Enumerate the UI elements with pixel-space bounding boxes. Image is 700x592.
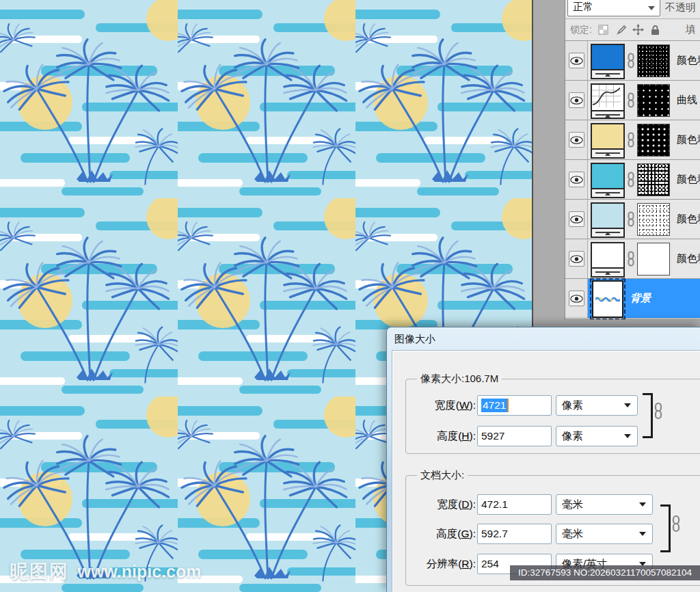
brush-lock-icon[interactable] bbox=[615, 25, 626, 36]
doc-width-unit-select[interactable]: 毫米 bbox=[556, 494, 653, 515]
layer-name: 背景 bbox=[630, 292, 651, 305]
visibility-eye-icon[interactable] bbox=[569, 211, 584, 227]
resolution-label: 分辨率(R): bbox=[405, 553, 476, 575]
visibility-eye-icon[interactable] bbox=[569, 132, 584, 148]
thumbnail-slider bbox=[592, 69, 623, 78]
layers-panel: 正常 不透明 锁定: 填 颜色填曲线颜色填颜色填颜色填颜色填背景 bbox=[565, 0, 700, 320]
layer-mask-thumbnail bbox=[637, 124, 670, 157]
layer-row[interactable]: 曲线 bbox=[565, 81, 700, 120]
chain-link-icon bbox=[654, 402, 663, 420]
link-bracket bbox=[660, 504, 671, 552]
blend-mode-select[interactable]: 正常 bbox=[567, 0, 660, 16]
thumbnail-slider bbox=[592, 148, 623, 157]
layer-entry[interactable]: 颜色填 bbox=[588, 200, 700, 239]
thumbnail-slider bbox=[592, 267, 623, 276]
layer-mask-thumbnail bbox=[637, 243, 670, 275]
thumbnail-swatch bbox=[592, 204, 623, 228]
layer-entry[interactable]: 颜色填 bbox=[588, 41, 700, 80]
visibility-eye-icon[interactable] bbox=[569, 53, 584, 68]
nipic-site-url: www.nipic.com bbox=[77, 562, 201, 581]
doc-width-input[interactable]: 472.1 bbox=[477, 494, 552, 515]
pixel-size-group-label: 像素大小:106.7M bbox=[417, 373, 502, 386]
thumbnail-swatch bbox=[592, 164, 623, 188]
blend-mode-row: 正常 不透明 bbox=[565, 0, 700, 19]
layer-row[interactable]: 背景 bbox=[565, 279, 700, 319]
transparency-lock-icon[interactable] bbox=[598, 25, 609, 36]
pixel-width-unit-select[interactable]: 像素 bbox=[556, 395, 638, 416]
thumbnail-swatch bbox=[592, 243, 623, 267]
fill-layer-thumbnail bbox=[591, 163, 625, 198]
pixel-height-input[interactable]: 5927 bbox=[477, 426, 552, 446]
chevron-down-icon bbox=[624, 434, 631, 438]
fill-layer-thumbnail bbox=[591, 44, 625, 79]
fill-label: 填 bbox=[686, 23, 696, 36]
doc-height-unit-select[interactable]: 毫米 bbox=[556, 524, 653, 544]
visibility-cell bbox=[565, 279, 588, 318]
chevron-down-icon bbox=[639, 502, 646, 507]
link-mask-icon bbox=[627, 92, 635, 111]
layer-row[interactable]: 颜色填 bbox=[565, 120, 700, 160]
layer-entry[interactable]: 颜色填 bbox=[588, 160, 700, 199]
image-size-dialog: 图像大小 像素大小:106.7M 宽度(W): 4721 像素 高度(H): 5… bbox=[386, 327, 700, 592]
link-mask-icon bbox=[627, 172, 635, 191]
doc-height-input[interactable]: 592.7 bbox=[477, 524, 552, 544]
photoshop-workspace: 正常 不透明 锁定: 填 颜色填曲线颜色填颜色填颜色填颜色填背景 图像大小 bbox=[0, 0, 700, 592]
visibility-cell bbox=[565, 120, 588, 159]
layer-mask-thumbnail bbox=[637, 203, 670, 236]
layer-row[interactable]: 颜色填 bbox=[565, 41, 700, 81]
thumbnail-slider bbox=[592, 188, 623, 197]
pixel-height-label: 高度(H): bbox=[405, 425, 476, 447]
layer-name: 颜色填 bbox=[677, 133, 700, 146]
doc-width-value: 472.1 bbox=[481, 498, 508, 511]
fill-layer-thumbnail bbox=[591, 123, 625, 159]
layer-name: 颜色填 bbox=[677, 173, 700, 186]
visibility-cell bbox=[565, 200, 588, 239]
chain-link-icon bbox=[671, 515, 681, 533]
link-mask-icon bbox=[627, 53, 635, 72]
visibility-eye-icon[interactable] bbox=[569, 251, 584, 267]
blend-mode-value: 正常 bbox=[568, 1, 648, 16]
pixel-height-unit-select[interactable]: 像素 bbox=[556, 426, 638, 446]
thumbnail-swatch bbox=[592, 124, 623, 148]
doc-height-value: 592.7 bbox=[481, 528, 508, 540]
nipic-site-name: 昵图网 bbox=[10, 561, 69, 582]
layer-mask-thumbnail bbox=[637, 44, 670, 77]
pixel-height-value: 5927 bbox=[481, 430, 504, 442]
fill-layer-thumbnail bbox=[591, 242, 625, 278]
pixel-size-group: 像素大小:106.7M 宽度(W): 4721 像素 高度(H): 5927 bbox=[405, 379, 700, 454]
thumbnail-slider bbox=[592, 110, 623, 118]
visibility-eye-icon[interactable] bbox=[569, 92, 584, 108]
nipic-watermark: 昵图网 www.nipic.com bbox=[10, 559, 202, 584]
lock-label: 锁定: bbox=[570, 24, 592, 36]
visibility-cell bbox=[565, 81, 588, 120]
document-size-group-label: 文档大小: bbox=[417, 469, 468, 482]
thumbnail-slider bbox=[592, 228, 623, 237]
lock-row: 锁定: 填 bbox=[565, 19, 700, 41]
link-mask-icon bbox=[627, 211, 635, 230]
layer-row[interactable]: 颜色填 bbox=[565, 200, 700, 239]
thumbnail-swatch bbox=[592, 85, 623, 110]
background-layer-thumbnail bbox=[592, 280, 623, 318]
layer-name: 颜色填 bbox=[677, 54, 700, 67]
visibility-cell bbox=[565, 160, 588, 199]
chevron-down-icon bbox=[639, 532, 646, 536]
pixel-width-label: 宽度(W): bbox=[405, 394, 476, 416]
layer-name: 曲线 bbox=[677, 94, 697, 107]
visibility-eye-icon[interactable] bbox=[569, 172, 584, 187]
layer-entry[interactable]: 颜色填 bbox=[588, 239, 700, 278]
layer-entry[interactable]: 曲线 bbox=[588, 81, 700, 120]
layer-row[interactable]: 颜色填 bbox=[565, 239, 700, 279]
layer-row[interactable]: 颜色填 bbox=[565, 160, 700, 200]
text-caret bbox=[507, 399, 509, 412]
move-lock-icon[interactable] bbox=[632, 24, 644, 36]
layer-entry[interactable]: 背景 bbox=[588, 279, 700, 318]
visibility-eye-icon[interactable] bbox=[569, 291, 584, 306]
pixel-width-input[interactable]: 4721 bbox=[477, 395, 552, 416]
layer-entry[interactable]: 颜色填 bbox=[588, 120, 700, 159]
thumbnail-swatch bbox=[592, 45, 623, 69]
chevron-down-icon bbox=[624, 403, 631, 407]
visibility-cell bbox=[565, 41, 588, 80]
doc-width-label: 宽度(D): bbox=[405, 494, 476, 515]
padlock-icon[interactable] bbox=[650, 25, 660, 36]
dialog-title: 图像大小 bbox=[394, 333, 435, 346]
